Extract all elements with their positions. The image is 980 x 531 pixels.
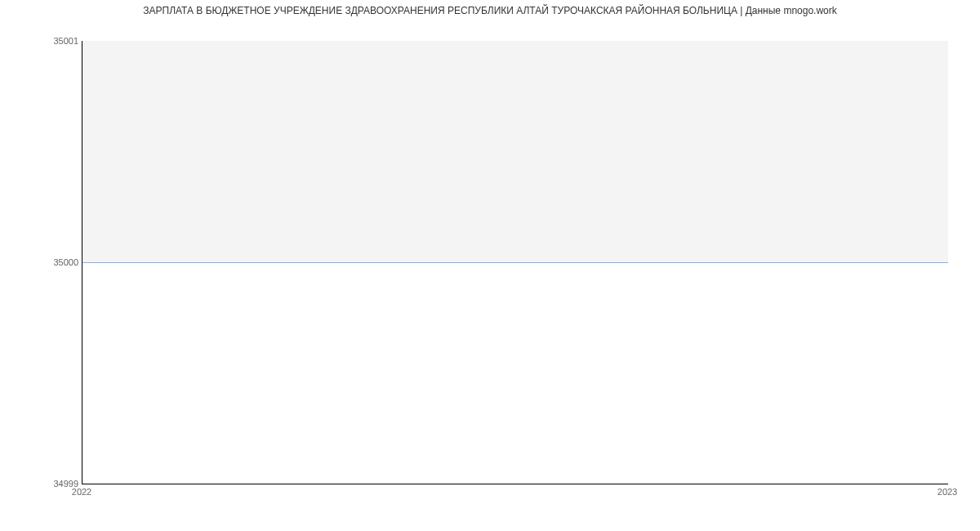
x-tick-start: 2022 [72,487,91,497]
salary-chart: ЗАРПЛАТА В БЮДЖЕТНОЕ УЧРЕЖДЕНИЕ ЗДРАВООХ… [0,0,980,531]
series-line [82,262,948,263]
plot-area [82,41,948,484]
chart-title: ЗАРПЛАТА В БЮДЖЕТНОЕ УЧРЕЖДЕНИЕ ЗДРАВООХ… [0,5,980,16]
x-tick-end: 2023 [938,487,957,497]
y-tick-mid: 35000 [53,257,78,267]
y-tick-max: 35001 [53,36,78,46]
area-fill [82,41,948,262]
